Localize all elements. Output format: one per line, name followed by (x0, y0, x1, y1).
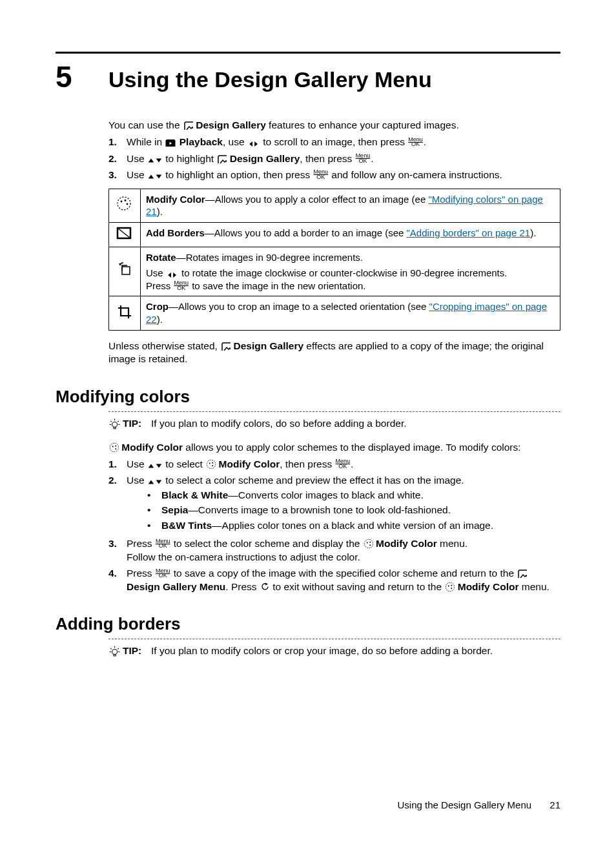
tip-icon (108, 645, 120, 659)
menu-ok-icon: MenuOK (156, 569, 170, 579)
top-steps: 1. While in Playback, use to scroll to a… (108, 136, 560, 181)
page-footer: Using the Design Gallery Menu 21 (398, 799, 560, 812)
menu-ok-icon: MenuOK (336, 459, 351, 469)
mc-steps: 1. Use to select Modify Color, then pres… (108, 458, 560, 593)
up-arrow-icon (147, 462, 155, 469)
section-adding-borders: Adding borders (56, 613, 560, 635)
left-right-arrows-icon (247, 139, 260, 147)
left-right-arrows-icon (166, 270, 179, 278)
gallery-icon (517, 568, 527, 578)
section-modifying-colors: Modifying colors (56, 385, 560, 407)
tip-icon (108, 418, 120, 432)
gallery-icon (220, 340, 231, 351)
down-arrow-icon (155, 157, 163, 163)
intro-paragraph: You can use the Design Gallery features … (108, 119, 560, 132)
design-gallery-label: Design Gallery (196, 119, 266, 130)
tip-row: TIP: If you plan to modify colors, do so… (108, 417, 560, 435)
playback-icon (165, 138, 176, 147)
table-row: Crop—Allows you to crop an image to a se… (109, 296, 560, 331)
modify-color-icon (444, 581, 455, 591)
down-arrow-icon (155, 173, 163, 180)
rotate-icon (116, 262, 133, 278)
back-icon (260, 582, 270, 591)
gallery-icon (183, 119, 193, 130)
crop-icon (117, 304, 132, 320)
table-row: Modify Color—Allows you to apply a color… (109, 189, 560, 223)
adding-borders-link[interactable]: "Adding borders" on page 21 (407, 227, 531, 238)
chapter-title: Using the Design Gallery Menu (108, 65, 432, 94)
down-arrow-icon (155, 478, 163, 485)
table-row: Rotate—Rotates images in 90-degree incre… (109, 247, 560, 296)
tip-divider (108, 411, 560, 412)
add-borders-icon (116, 225, 133, 241)
up-arrow-icon (147, 173, 155, 180)
table-row: Add Borders—Allows you to add a border t… (109, 223, 560, 247)
page-number: 21 (549, 799, 560, 810)
modify-color-icon (363, 538, 373, 548)
chapter-heading: 5 Using the Design Gallery Menu (56, 57, 560, 97)
modify-color-icon (205, 458, 216, 469)
chapter-number: 5 (56, 57, 108, 97)
menu-ok-icon: MenuOK (356, 154, 371, 163)
color-scheme-list: •Black & White—Converts color images to … (145, 489, 560, 532)
tip-divider (108, 639, 560, 639)
gallery-icon (216, 153, 227, 163)
tip-row: TIP: If you plan to modify colors or cro… (108, 644, 560, 663)
up-arrow-icon (147, 478, 155, 485)
tip-text: If you plan to modify colors, do so befo… (151, 417, 407, 430)
menu-ok-icon: MenuOK (314, 170, 329, 180)
menu-ok-icon: MenuOK (408, 138, 423, 147)
after-table-paragraph: Unless otherwise stated, Design Gallery … (108, 340, 560, 366)
up-arrow-icon (147, 157, 155, 163)
chapter-rule (56, 52, 560, 54)
mc-intro: Modify Color allows you to apply color s… (108, 441, 560, 454)
menu-ok-icon: MenuOK (174, 281, 189, 291)
menu-ok-icon: MenuOK (156, 539, 170, 549)
down-arrow-icon (155, 462, 163, 469)
tip-text: If you plan to modify colors or crop you… (151, 644, 493, 657)
modify-color-icon (108, 442, 119, 452)
modify-color-icon (116, 196, 133, 212)
feature-table: Modify Color—Allows you to apply a color… (108, 189, 560, 331)
